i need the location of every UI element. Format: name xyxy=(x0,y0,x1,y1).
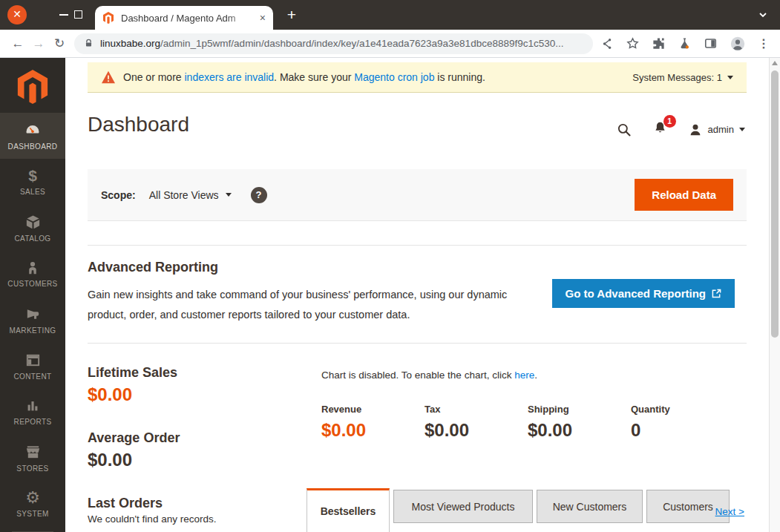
store-view-switcher[interactable]: All Store Views xyxy=(149,189,232,201)
user-icon xyxy=(688,122,703,137)
chart-disabled-note: Chart is disabled. To enable the chart, … xyxy=(321,370,537,381)
sidebar-item-reports[interactable]: REPORTS xyxy=(0,389,65,435)
total-value: $0.00 xyxy=(321,420,425,441)
scope-label: Scope: xyxy=(101,189,136,201)
window-maximize-button[interactable] xyxy=(74,10,82,19)
url-path: /admin_1p5wmf/admin/dashboard/index/key/… xyxy=(160,38,563,49)
sidebar-item-dashboard[interactable]: DASHBOARD xyxy=(0,113,65,159)
indexers-invalid-link[interactable]: indexers are invalid xyxy=(184,71,274,83)
window-close-button[interactable]: ✕ xyxy=(7,5,27,24)
url-domain: linuxbabe.org xyxy=(100,38,160,49)
browser-titlebar: ✕ Dashboard / Magento Adm × + xyxy=(0,0,780,30)
bookmark-star-icon[interactable] xyxy=(626,36,640,50)
person-icon xyxy=(24,260,41,276)
lifetime-sales-label: Lifetime Sales xyxy=(88,365,177,381)
browser-tab[interactable]: Dashboard / Magento Adm × xyxy=(95,6,273,30)
sidebar-item-label: CATALOG xyxy=(14,234,50,243)
dashboard-main: One or more indexers are invalid. Make s… xyxy=(65,58,769,532)
section-divider xyxy=(88,343,747,344)
lock-icon xyxy=(84,38,94,49)
layout-icon xyxy=(24,352,42,369)
last-orders-label: Last Orders xyxy=(88,496,163,511)
page-scrollbar[interactable] xyxy=(769,58,780,532)
tab-search-chevron-icon[interactable] xyxy=(758,10,768,20)
sidebar-item-label: CONTENT xyxy=(13,372,51,381)
bar-chart-icon xyxy=(24,398,41,414)
sidebar-item-stores[interactable]: STORES xyxy=(0,435,65,481)
search-icon[interactable] xyxy=(616,122,632,138)
help-icon[interactable]: ? xyxy=(251,187,267,203)
sidebar-item-label: SYSTEM xyxy=(16,510,49,518)
megaphone-icon xyxy=(24,306,42,323)
total-label: Tax xyxy=(425,404,528,415)
counter-label: System Messages: 1 xyxy=(632,72,722,83)
caret-down-icon xyxy=(727,76,733,79)
side-panel-icon[interactable] xyxy=(704,36,718,50)
share-icon[interactable] xyxy=(600,37,614,50)
total-revenue: Revenue $0.00 xyxy=(321,404,425,441)
sidebar-item-customers[interactable]: CUSTOMERS xyxy=(0,251,65,297)
extensions-puzzle-icon[interactable] xyxy=(652,36,666,50)
total-value: $0.00 xyxy=(528,420,631,441)
sidebar-item-content[interactable]: CONTENT xyxy=(0,343,65,389)
section-divider xyxy=(88,245,747,246)
header-actions: 1 admin xyxy=(616,120,745,139)
admin-account-menu[interactable]: admin xyxy=(688,122,745,137)
box-icon xyxy=(24,214,42,231)
url-text: linuxbabe.org/admin_1p5wmf/admin/dashboa… xyxy=(100,38,563,49)
sidebar-item-label: STORES xyxy=(16,464,48,473)
chart-note-suffix: . xyxy=(534,370,537,381)
average-order-label: Average Order xyxy=(88,430,180,446)
warning-triangle-icon xyxy=(101,70,116,84)
advanced-reporting-button-label: Go to Advanced Reporting xyxy=(566,287,706,300)
forward-icon[interactable]: → xyxy=(28,36,49,51)
sidebar-item-label: DASHBOARD xyxy=(8,142,58,151)
sidebar-item-label: SALES xyxy=(20,188,45,196)
lifetime-sales-value: $0.00 xyxy=(88,384,132,405)
tab-new-customers[interactable]: New Customers xyxy=(537,490,643,523)
enable-chart-link[interactable]: here xyxy=(514,370,534,381)
browser-menu-icon[interactable]: ⋮ xyxy=(758,36,770,50)
magento-logo xyxy=(16,70,50,104)
page-title: Dashboard xyxy=(88,113,189,137)
lab-flask-icon[interactable] xyxy=(678,36,692,50)
external-link-icon xyxy=(712,289,721,298)
system-message-text: One or more indexers are invalid. Make s… xyxy=(123,71,485,83)
magento-favicon xyxy=(102,12,114,24)
dollar-icon: $ xyxy=(28,168,37,184)
scope-bar: Scope: All Store Views ? Reload Data xyxy=(88,169,747,221)
advanced-reporting-heading: Advanced Reporting xyxy=(88,260,218,275)
total-label: Quantity xyxy=(631,404,734,415)
message-middle: . Make sure your xyxy=(274,71,354,83)
notifications-bell[interactable]: 1 xyxy=(652,120,668,139)
tab-most-viewed-products[interactable]: Most Viewed Products xyxy=(393,490,533,523)
reload-data-button[interactable]: Reload Data xyxy=(635,179,733,211)
browser-window: ✕ Dashboard / Magento Adm × + ← → ↻ linu… xyxy=(0,0,780,532)
sidebar-item-catalog[interactable]: CATALOG xyxy=(0,205,65,251)
cron-job-link[interactable]: Magento cron job xyxy=(354,71,434,83)
tab-close-icon[interactable]: × xyxy=(260,12,266,24)
sidebar-item-marketing[interactable]: MARKETING xyxy=(0,297,65,343)
profile-avatar[interactable] xyxy=(730,36,746,52)
go-to-advanced-reporting-button[interactable]: Go to Advanced Reporting xyxy=(552,279,735,308)
system-messages-counter[interactable]: System Messages: 1 xyxy=(632,72,733,83)
sidebar-item-system[interactable]: ⚙ SYSTEM xyxy=(0,481,65,527)
tab-bestsellers[interactable]: Bestsellers xyxy=(307,488,390,532)
total-label: Revenue xyxy=(321,404,425,415)
average-order-value: $0.00 xyxy=(88,450,132,470)
reload-icon[interactable]: ↻ xyxy=(49,36,70,51)
address-bar[interactable]: linuxbabe.org/admin_1p5wmf/admin/dashboa… xyxy=(74,33,593,54)
total-shipping: Shipping $0.00 xyxy=(528,404,631,441)
sidebar-item-label: CUSTOMERS xyxy=(7,280,57,288)
sidebar-item-sales[interactable]: $ SALES xyxy=(0,159,65,205)
notification-badge: 1 xyxy=(663,115,676,128)
next-page-link[interactable]: Next > xyxy=(715,506,744,517)
scroll-up-arrow-icon[interactable] xyxy=(772,61,778,65)
back-icon[interactable]: ← xyxy=(7,36,28,51)
admin-username: admin xyxy=(708,124,734,135)
total-quantity: Quantity 0 xyxy=(631,404,734,441)
scrollbar-thumb[interactable] xyxy=(771,70,779,338)
window-minimize-button[interactable] xyxy=(59,14,68,16)
gauge-icon xyxy=(24,121,42,139)
new-tab-button[interactable]: + xyxy=(282,5,301,24)
